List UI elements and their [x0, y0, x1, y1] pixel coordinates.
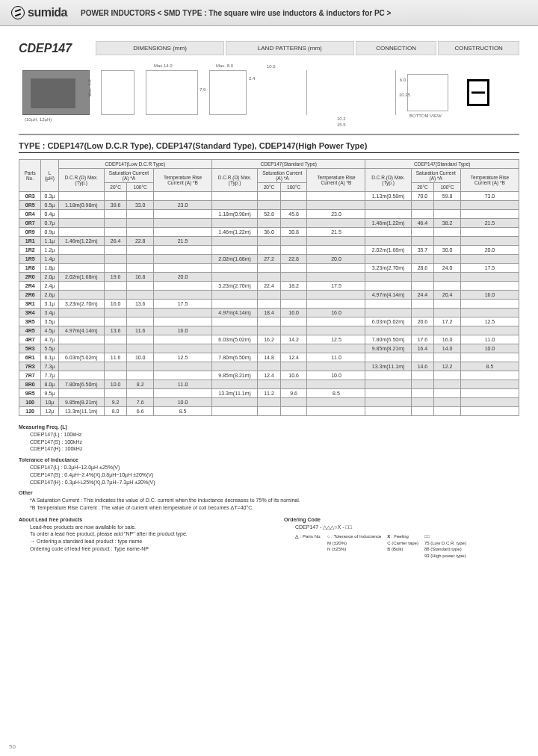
table-row: 8R08.0µ7.80m(6.50m)10.08.211.0 — [19, 380, 519, 389]
construction-icon — [467, 79, 489, 106]
table-row: 7R37.3µ13.3m(11.1m)14.612.28.5 — [19, 362, 519, 371]
header-title: POWER INDUCTORS < SMD TYPE : The square … — [81, 9, 391, 17]
oc-format: CDEP147 - △△△○X - □□ — [284, 524, 519, 531]
logo-icon — [11, 6, 25, 19]
th-parts: Parts No. — [19, 160, 41, 192]
table-row: 0R70.7µ1.46m(1.22m)46.438.221.5 — [19, 219, 519, 228]
table-row: 2R62.6µ4.97m(4.14m)24.420.416.0 — [19, 291, 519, 300]
logo: sumida — [11, 6, 67, 19]
table-row: 4R74.7µ6.03m(5.02m)16.214.212.57.80m(6.5… — [19, 335, 519, 344]
logo-text: sumida — [28, 6, 67, 19]
page-number: 50 — [9, 743, 16, 750]
other-title: Other — [19, 490, 33, 495]
drawings-row: (10µH, 12µH) Max. 4.8 Max.14.0 Max. 8.0 … — [19, 63, 519, 123]
land-pattern: 6.0 10.25 10.2 15.5 — [306, 70, 396, 115]
table-row: 3R13.1µ3.23m(2.70m)16.013.617.5 — [19, 300, 519, 309]
part-number-title: CDEP147 — [19, 42, 72, 55]
th-group1: CDEP147(Low D.C.R Type) — [58, 160, 211, 169]
table-row: 0R40.4µ1.18m(0.98m)52.845.823.0 — [19, 210, 519, 219]
th-group2: CDEP147(Standard Type) — [212, 160, 365, 169]
table-row: 1R51.4µ2.02m(1.68m)27.222.820.0 — [19, 255, 519, 264]
table-row: 7R77.7µ9.85m(8.21m)12.410.610.0 — [19, 371, 519, 380]
table-row: 0R30.3µ1.13m(0.58m)70.059.873.0 — [19, 192, 519, 201]
table-row: 1R81.8µ3.23m(2.70m)28.624.017.5 — [19, 264, 519, 273]
tol-title: Tolerance of Inductance — [19, 457, 78, 462]
divider — [19, 134, 519, 135]
table-row: 2R02.0µ2.02m(1.68m)19.616.820.0 — [19, 273, 519, 282]
oc-title: Ordering Code — [284, 516, 519, 524]
dim-side-view: Max. 4.8 — [101, 70, 134, 115]
connection-view: BOTTOM VIEW — [407, 74, 448, 111]
notes-block: Measuring Freq. (L) CDEP147(L) : 100kHzC… — [19, 424, 519, 559]
table-row: 10010µ9.85m(8.21m)9.27.610.0 — [19, 398, 519, 407]
spec-table: Parts No. L (µH) CDEP147(Low D.C.R Type)… — [19, 159, 519, 416]
table-row: 3R53.5µ6.03m(5.02m)20.617.212.5 — [19, 317, 519, 326]
table-row: 1R11.1µ1.46m(1.22m)26.422.821.5 — [19, 237, 519, 246]
dim-front-view: Max. 8.0 7.9 — [209, 70, 247, 115]
table-row: 4R54.5µ4.97m(4.14m)13.611.616.0 — [19, 326, 519, 335]
table-row: 9R59.5µ13.3m(11.1m)11.29.68.5 — [19, 389, 519, 398]
th-l: L (µH) — [41, 160, 58, 192]
mf-title: Measuring Freq. (L) — [19, 424, 67, 430]
sh-construction: CONSTRUCTION — [438, 41, 519, 55]
dim-top-view: Max.14.0 — [146, 70, 198, 115]
table-row: 0R90.9µ1.46m(1.22m)36.030.821.5 — [19, 228, 519, 237]
table-row: 12012µ13.3m(11.1m)8.06.68.5 — [19, 407, 519, 416]
header-bar: sumida POWER INDUCTORS < SMD TYPE : The … — [0, 0, 538, 26]
product-photo: (10µH, 12µH) — [22, 70, 90, 115]
lf-title: About Lead free products — [19, 516, 254, 524]
table-row: 1R21.2µ2.02m(1.68m)35.730.020.0 — [19, 246, 519, 255]
th-group3: CDEP147(Standard Type) — [365, 160, 519, 169]
table-row: 6R16.1µ6.03m(5.02m)11.610.012.57.80m(6.5… — [19, 353, 519, 362]
sh-landpatterns: LAND PATTERNS (mm) — [226, 41, 354, 55]
table-row: 3R43.4µ4.97m(4.14m)18.416.016.0 — [19, 309, 519, 317]
sh-connection: CONNECTION — [356, 41, 437, 55]
table-row: 2R42.4µ3.23m(2.70m)22.418.217.5 — [19, 282, 519, 291]
type-title: TYPE : CDEP147(Low D.C.R Type), CDEP147(… — [19, 141, 519, 153]
sh-dimensions: DIMENSIONS (mm) — [96, 41, 224, 55]
table-row: 0R50.5µ1.18m(0.98m)39.633.023.0 — [19, 201, 519, 210]
table-row: 5R35.5µ9.85m(8.21m)16.414.010.0 — [19, 344, 519, 353]
dim-pad: 10.5 2.4 — [258, 70, 295, 115]
